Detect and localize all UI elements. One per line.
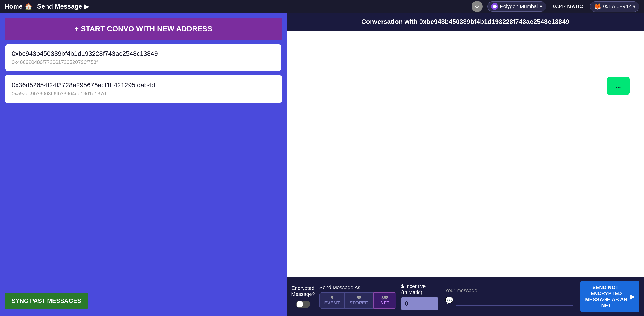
start-convo-button[interactable]: + START CONVO WITH NEW ADDRESS <box>4 18 282 40</box>
message-input-wrapper: Your message 💬 <box>443 287 576 305</box>
conversation-sub-address: 0x486920486f772061726520796f753f <box>12 59 275 65</box>
conversation-main-address: 0xbc943b450339bf4b1d193228f743ac2548c138… <box>12 50 275 57</box>
send-message-nav-button[interactable]: Send Message ▶ <box>37 3 89 11</box>
network-selector-button[interactable]: Polygon Mumbai ▾ <box>487 2 546 12</box>
incentive-input[interactable] <box>401 297 438 310</box>
settings-icon-button[interactable]: ⚙ <box>472 1 483 12</box>
message-icon: 💬 <box>445 296 454 304</box>
send-as-buttons: $ EVENT $$ STORED $$$ NFT <box>320 292 397 308</box>
conversation-item[interactable]: 0x36d52654f24f3728a295676acf1b421295fdab… <box>4 75 282 103</box>
message-bubble: ... <box>606 77 630 95</box>
send-message-label: Send Message <box>37 3 82 10</box>
send-as-section: Send Message As: $ EVENT $$ STORED $$$ N… <box>320 284 397 308</box>
nft-tier-label: $$$ <box>378 295 392 300</box>
home-icon: 🏠 <box>24 3 32 11</box>
left-panel: + START CONVO WITH NEW ADDRESS 0xbc943b4… <box>0 13 287 316</box>
encrypted-section: EncryptedMessage? <box>291 285 315 308</box>
conversation-item[interactable]: 0xbc943b450339bf4b1d193228f743ac2548c138… <box>4 44 282 72</box>
send-as-label: Send Message As: <box>320 284 397 290</box>
right-panel: Conversation with 0xbc943b450339bf4b1d19… <box>287 13 644 316</box>
encrypted-toggle[interactable] <box>296 300 310 308</box>
wallet-chevron-icon: ▾ <box>633 4 636 10</box>
message-area: ... <box>287 31 644 277</box>
home-nav-button[interactable]: Home 🏠 <box>4 3 32 11</box>
wallet-emoji-icon: 🦊 <box>594 3 601 10</box>
message-text-input[interactable] <box>456 295 574 305</box>
conversation-header: Conversation with 0xbc943b450339bf4b1d19… <box>287 13 644 31</box>
send-as-event-button[interactable]: $ EVENT <box>320 292 345 308</box>
send-nft-label: SEND NOT-ENCRYPTEDMESSAGE AS ANNFT <box>585 284 627 308</box>
incentive-label: $ Incentive(In Matic): <box>401 283 438 295</box>
event-label: EVENT <box>324 300 340 305</box>
send-arrow-icon: ▶ <box>630 293 635 300</box>
encrypted-label: EncryptedMessage? <box>291 285 315 297</box>
home-label: Home <box>4 3 23 10</box>
message-input-label: Your message <box>445 287 574 293</box>
network-name: Polygon Mumbai <box>500 4 538 10</box>
svg-marker-0 <box>493 5 496 8</box>
sync-past-messages-button[interactable]: SYNC PAST MESSAGES <box>4 293 88 309</box>
conversation-main-address: 0x36d52654f24f3728a295676acf1b421295fdab… <box>12 81 275 89</box>
polygon-icon <box>491 3 498 10</box>
network-chevron: ▾ <box>540 4 542 10</box>
event-tier-label: $ <box>324 295 340 300</box>
wallet-balance: 0.347 MATIC <box>551 4 585 10</box>
send-as-stored-button[interactable]: $$ STORED <box>344 292 373 308</box>
wallet-address-button[interactable]: 🦊 0xEA...F942 ▾ <box>590 2 640 12</box>
wallet-address: 0xEA...F942 <box>603 4 631 10</box>
send-nft-button[interactable]: SEND NOT-ENCRYPTEDMESSAGE AS ANNFT ▶ <box>580 281 640 312</box>
stored-tier-label: $$ <box>349 295 368 300</box>
top-navigation: Home 🏠 Send Message ▶ ⚙ Polygon Mumbai ▾… <box>0 0 644 13</box>
stored-label: STORED <box>349 300 368 305</box>
conversation-sub-address: 0xa9aec9b39003b6fb33904ed1961d137d <box>12 91 275 97</box>
send-as-nft-button[interactable]: $$$ NFT <box>373 292 396 308</box>
bottom-bar: EncryptedMessage? Send Message As: $ EVE… <box>287 277 644 316</box>
settings-icon: ⚙ <box>475 4 480 10</box>
main-layout: + START CONVO WITH NEW ADDRESS 0xbc943b4… <box>0 13 644 316</box>
incentive-section: $ Incentive(In Matic): <box>401 283 438 310</box>
send-message-icon: ▶ <box>84 3 89 11</box>
toggle-knob <box>296 301 303 307</box>
nft-label: NFT <box>378 300 392 305</box>
